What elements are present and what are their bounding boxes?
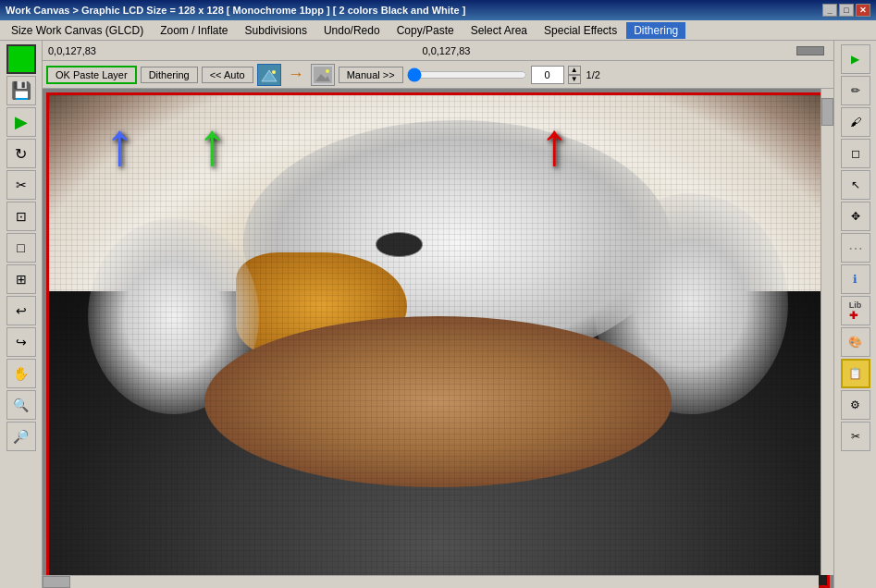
slider-value-input[interactable]: 0 (531, 66, 564, 84)
select-right-tool[interactable]: ↖ (841, 170, 870, 200)
canvas-container: ↑ ↑ ↑ (46, 92, 830, 588)
menu-undo-redo[interactable]: Undo/Redo (316, 22, 388, 39)
title-bar: Work Canvas > Graphic LCD Size = 128 x 1… (0, 0, 876, 20)
minimize-button[interactable]: _ (822, 4, 837, 17)
spin-up-button[interactable]: ▲ (568, 66, 581, 75)
color-indicator-tool[interactable] (6, 44, 36, 74)
canvas-area: ↑ ↑ ↑ (43, 89, 833, 588)
undo-left-tool[interactable]: ↩ (6, 296, 36, 325)
right-toolbar: ▶ ✏ 🖌 ◻ ↖ ✥ ⋯ ℹ Lib✚ 🎨 📋 ⚙ ✂ (833, 41, 876, 588)
zoom-out-tool[interactable]: 🔎 (6, 422, 36, 451)
auto-button[interactable]: << Auto (202, 67, 253, 83)
photo-icon (314, 67, 332, 83)
zoom-in-tool[interactable]: 🔍 (6, 390, 36, 420)
image-icon-2[interactable] (311, 64, 335, 86)
scrollbar-handle[interactable] (796, 46, 824, 55)
lib-label: Lib✚ (849, 300, 862, 322)
rect-tool[interactable]: □ (6, 233, 36, 263)
menu-special-effects[interactable]: Special Effects (537, 22, 624, 39)
save-tool[interactable]: 💾 (6, 76, 36, 105)
menu-dithering[interactable]: Dithering (626, 22, 685, 39)
lib-tool[interactable]: Lib✚ (841, 296, 870, 325)
menu-select-area[interactable]: Select Area (463, 22, 535, 39)
tool-options-bar: OK Paste Layer Dithering << Auto → Manua… (43, 61, 833, 89)
window-controls: _ □ ✕ (822, 4, 870, 17)
pencil-tool[interactable]: ✏ (841, 76, 870, 105)
green-arrow: ↑ (197, 114, 228, 174)
arrow-right-tool[interactable]: ▶ (841, 44, 870, 74)
manual-button[interactable]: Manual >> (339, 67, 403, 83)
hand-tool[interactable]: ✋ (6, 359, 36, 388)
menu-bar: Size Work Canvas (GLCD) Zoom / Inflate S… (0, 20, 876, 41)
refresh-tool[interactable]: ↻ (6, 139, 36, 168)
crop-tool[interactable]: ✂ (6, 170, 36, 200)
coord-right: 0,0,127,83 (423, 45, 471, 56)
eraser-tool[interactable]: ◻ (841, 139, 870, 168)
play-tool[interactable]: ▶ (6, 107, 36, 137)
cut-right-tool[interactable]: ✂ (841, 422, 870, 451)
h-scrollbar[interactable] (43, 575, 819, 588)
mountain-icon (260, 67, 278, 83)
svg-point-2 (272, 70, 276, 74)
menu-size-work-canvas[interactable]: Size Work Canvas (GLCD) (4, 22, 151, 39)
coord-left: 0,0,127,83 (48, 45, 96, 56)
v-scroll-thumb[interactable] (821, 98, 833, 126)
spin-down-button[interactable]: ▼ (568, 75, 581, 84)
blue-arrow: ↑ (105, 114, 135, 174)
left-toolbar: 💾 ▶ ↻ ✂ ⊡ □ ⊞ ↩ ↪ ✋ 🔍 🔎 (0, 41, 43, 588)
paste-active-tool[interactable]: 📋 (841, 359, 870, 388)
pixel-grid-overlay (49, 95, 827, 585)
palette-tool[interactable]: 🎨 (841, 327, 870, 357)
arrow-right-icon: → (285, 64, 307, 86)
menu-zoom-inflate[interactable]: Zoom / Inflate (153, 22, 235, 39)
title-text: Work Canvas > Graphic LCD Size = 128 x 1… (6, 5, 465, 16)
menu-copy-paste[interactable]: Copy/Paste (389, 22, 462, 39)
slider-container: 0 ▲ ▼ 1/2 (407, 66, 600, 84)
red-arrow: ↑ (539, 114, 570, 174)
h-scroll-thumb[interactable] (43, 576, 70, 588)
move-tool[interactable]: ✥ (841, 202, 870, 231)
dots-tool[interactable]: ⋯ (841, 233, 870, 263)
settings-tool[interactable]: ⚙ (841, 390, 870, 420)
spin-box: ▲ ▼ (568, 66, 581, 84)
info-tool[interactable]: ℹ (841, 264, 870, 294)
resize-tool[interactable]: ⊡ (6, 202, 36, 231)
grid-tool[interactable]: ⊞ (6, 264, 36, 294)
eagle-display[interactable]: ↑ ↑ ↑ (49, 95, 827, 585)
paint-tool[interactable]: 🖌 (841, 107, 870, 137)
fraction-label: 1/2 (586, 69, 600, 80)
maximize-button[interactable]: □ (839, 4, 854, 17)
close-button[interactable]: ✕ (856, 4, 870, 17)
image-icon-1[interactable] (257, 64, 281, 86)
redo-left-tool[interactable]: ↪ (6, 327, 36, 357)
dithering-button[interactable]: Dithering (141, 67, 198, 83)
ok-paste-button[interactable]: OK Paste Layer (46, 66, 137, 84)
dither-slider[interactable] (407, 67, 527, 82)
menu-subdivisions[interactable]: Subdivisions (238, 22, 315, 39)
svg-point-5 (326, 69, 329, 73)
coord-bar: 0,0,127,83 0,0,127,83 (43, 41, 833, 61)
v-scrollbar[interactable] (820, 89, 833, 575)
